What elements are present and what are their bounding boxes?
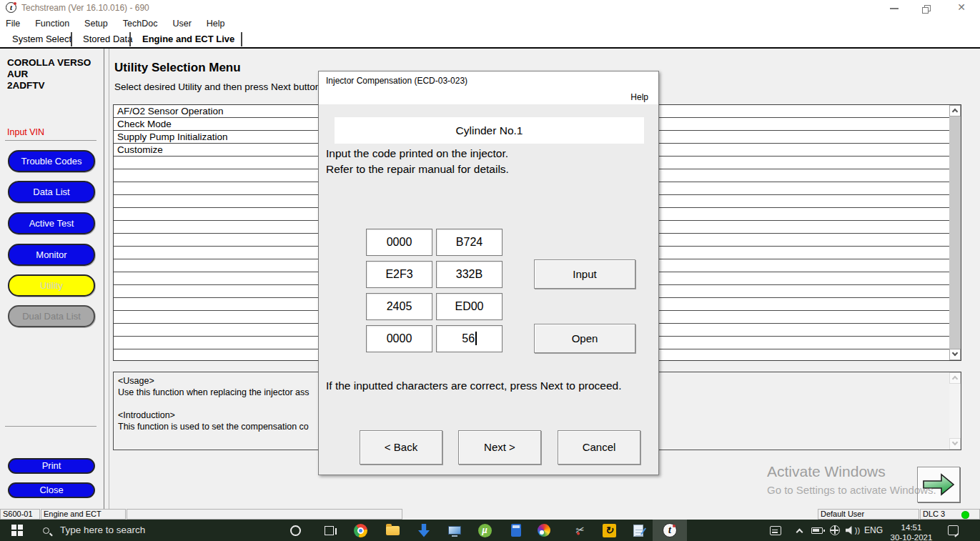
next-arrow-button[interactable] <box>917 467 960 502</box>
status-dlc: DLC 3 <box>920 509 980 520</box>
input-vin-link[interactable]: Input VIN <box>7 127 44 137</box>
activate-windows-watermark: Activate Windows Go to Settings to activ… <box>767 463 936 496</box>
injector-compensation-dialog: Injector Compensation (ECD-03-023) Help … <box>318 71 659 475</box>
calculator-icon[interactable] <box>505 520 527 541</box>
back-button[interactable]: < Back <box>360 430 442 465</box>
paint-icon[interactable] <box>533 520 555 541</box>
open-button[interactable]: Open <box>534 324 635 353</box>
scroll-up-icon[interactable] <box>949 105 961 116</box>
vehicle-engine: 2ADFTV <box>7 80 91 91</box>
menu-techdoc[interactable]: TechDoc <box>123 19 158 29</box>
utility-button[interactable]: Utility <box>8 274 95 297</box>
tab-stored-data[interactable]: Stored Data <box>74 31 142 47</box>
notepad-icon[interactable] <box>628 520 649 541</box>
status-user: Default User <box>818 509 919 520</box>
tab-engine-and-ect-live[interactable]: Engine and ECT Live <box>133 31 244 47</box>
taskbar-search-input[interactable]: Type here to search <box>60 525 145 535</box>
scroll-up-icon[interactable] <box>949 372 961 384</box>
snipping-tool-icon[interactable]: ✂ <box>568 520 590 541</box>
file-explorer-icon[interactable] <box>382 520 403 541</box>
task-view-icon[interactable] <box>318 520 340 541</box>
close-button[interactable]: Close <box>8 482 95 498</box>
monitor-button[interactable]: Monitor <box>8 244 95 266</box>
action-center-icon[interactable] <box>942 520 964 541</box>
vehicle-code: AUR <box>7 69 91 80</box>
clock-date: 30-10-2021 <box>891 533 933 541</box>
utorrent-icon[interactable]: µ <box>474 520 495 541</box>
tray-expand-icon[interactable] <box>792 520 806 541</box>
code-field-3[interactable]: E2F3 <box>366 261 432 288</box>
cancel-button[interactable]: Cancel <box>558 430 640 465</box>
restore-button[interactable] <box>911 0 944 16</box>
print-button[interactable]: Print <box>8 458 95 474</box>
help-link[interactable]: Help <box>630 92 648 102</box>
dialog-instructions: Input the code printed on the injector. … <box>326 146 509 177</box>
menu-bar: File Function Setup TechDoc User Help <box>0 16 980 31</box>
scroll-down-icon[interactable] <box>949 349 961 360</box>
data-list-button[interactable]: Data List <box>8 181 95 203</box>
cylinder-header: Cylinder No.1 <box>335 117 644 144</box>
vehicle-info: COROLLA VERSO AUR 2ADFTV <box>7 57 91 91</box>
code-field-8[interactable]: 56 <box>436 325 503 352</box>
menu-user[interactable]: User <box>172 19 191 29</box>
pc-monitor-icon[interactable] <box>444 520 465 541</box>
volume-icon[interactable]: )) <box>843 520 862 541</box>
dlc-connected-icon <box>961 511 969 519</box>
techstream-logo-icon: t <box>6 2 16 13</box>
dual-data-list-button: Dual Data List <box>8 305 95 327</box>
confirm-text: If the inputted characters are correct, … <box>326 378 642 394</box>
code-field-2[interactable]: B724 <box>436 229 503 256</box>
code-field-7[interactable]: 0000 <box>366 325 432 352</box>
tab-bar: System Select Stored Data Engine and ECT… <box>0 31 980 49</box>
sidebar-divider <box>5 140 96 141</box>
news-widget-icon[interactable] <box>765 520 786 541</box>
page-subtitle: Select desired Utility and then press Ne… <box>114 81 323 92</box>
status-empty-cell <box>127 509 402 520</box>
usage-text: <Usage> Use this function when replacing… <box>118 375 310 432</box>
menu-function[interactable]: Function <box>35 19 69 29</box>
sync-icon[interactable]: ↻ <box>598 520 620 541</box>
techstream-taskbar-icon[interactable]: t <box>653 520 687 541</box>
start-button[interactable] <box>4 520 30 541</box>
sidebar-divider <box>5 426 96 427</box>
status-code: S600-01 <box>0 509 40 520</box>
code-field-6[interactable]: ED00 <box>436 293 503 320</box>
usage-scrollbar[interactable] <box>949 372 961 450</box>
code-field-5[interactable]: 2405 <box>366 293 432 320</box>
vehicle-model: COROLLA VERSO <box>7 57 91 69</box>
dialog-title-bar: Injector Compensation (ECD-03-023) Help <box>319 71 658 104</box>
clock[interactable]: 14:51 30-10-2021 <box>886 520 936 541</box>
green-arrow-icon <box>922 472 955 497</box>
status-bar: S600-01 Engine and ECT Default User DLC … <box>0 509 980 520</box>
clock-time: 14:51 <box>901 523 922 533</box>
input-button[interactable]: Input <box>534 259 635 289</box>
status-system: Engine and ECT <box>41 509 126 520</box>
code-field-4[interactable]: 332B <box>436 261 503 288</box>
dialog-title: Injector Compensation (ECD-03-023) <box>326 76 467 86</box>
page-title: Utility Selection Menu <box>114 61 241 75</box>
cortana-icon[interactable] <box>284 520 306 541</box>
window-title: Techstream (Ver 16.10.016) - 690 <box>21 3 149 13</box>
minimize-button[interactable] <box>878 0 911 16</box>
menu-help[interactable]: Help <box>207 19 225 29</box>
active-test-button[interactable]: Active Test <box>8 212 95 234</box>
code-field-1[interactable]: 0000 <box>366 229 432 256</box>
windows-taskbar: Type here to search µ ✂ ↻ t )) ENG 14:51… <box>0 520 980 541</box>
text-caret <box>475 332 477 345</box>
language-indicator[interactable]: ENG <box>863 520 884 541</box>
search-icon <box>39 520 53 541</box>
next-button[interactable]: Next > <box>458 430 541 465</box>
techstream-window: t Techstream (Ver 16.10.016) - 690 ✕ Fil… <box>0 0 980 541</box>
menu-file[interactable]: File <box>6 19 20 29</box>
tab-system-select[interactable]: System Select <box>3 31 81 47</box>
battery-icon[interactable] <box>808 520 826 541</box>
close-window-button[interactable]: ✕ <box>945 0 978 16</box>
list-scrollbar[interactable] <box>949 105 961 360</box>
trouble-codes-button[interactable]: Trouble Codes <box>8 150 95 172</box>
download-arrow-icon[interactable] <box>413 520 435 541</box>
chrome-icon[interactable] <box>350 520 371 541</box>
scroll-down-icon[interactable] <box>949 438 961 450</box>
menu-setup[interactable]: Setup <box>84 19 108 29</box>
title-bar: t Techstream (Ver 16.10.016) - 690 ✕ <box>0 0 980 16</box>
network-globe-icon[interactable] <box>826 520 843 541</box>
